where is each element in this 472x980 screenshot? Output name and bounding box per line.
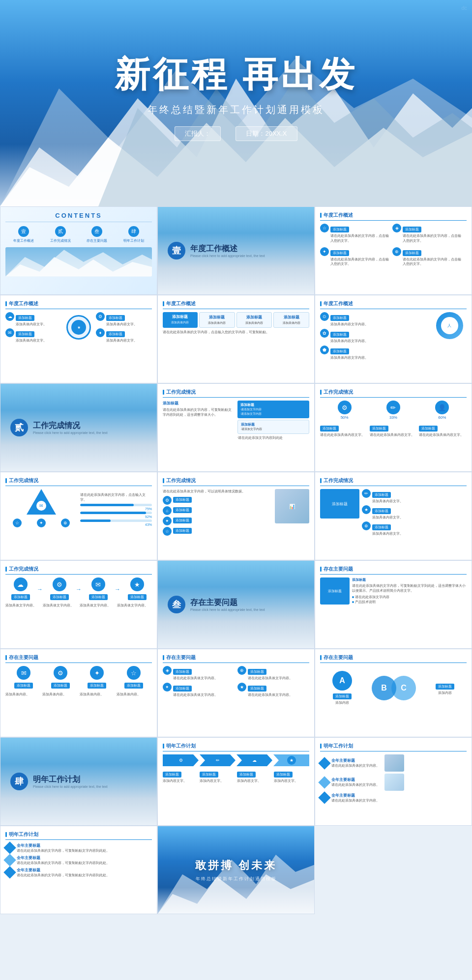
- plan-arrow-4: ★: [273, 754, 309, 766]
- a4-icon-1: ⊙: [320, 312, 329, 321]
- contents-item-4: 肆 明年工作计划: [123, 226, 144, 243]
- plan-arr-icon-3: ☁: [250, 756, 259, 765]
- plan3-item-3: 全年主要标题 请在此处添加具体的文字内容，可复制粘贴文字内容到此处。: [5, 867, 152, 878]
- w5-icon-1: ✏: [362, 489, 371, 498]
- p-list-1: 请在此处添加文字内容: [352, 595, 467, 600]
- slide-plan-1: 明年工作计划 ⚙ ✏ ☁ ★ 添加标题 添加内容文字。 添加标题 添加内容文字。: [157, 737, 315, 826]
- progress-2: [80, 512, 152, 514]
- plan3-desc-3: 请在此处添加具体的文字内容，可复制粘贴文字内容到此处。: [17, 873, 110, 878]
- a4-text-1: 添加标题 添加具体内容文字内容。: [330, 312, 368, 327]
- triangle-icons-row: ☆ ✦ ⊕: [5, 519, 78, 527]
- w6-tag-1: 添加标题: [11, 594, 30, 600]
- w5-text-1: 添加标题 添加具体内容文字。: [372, 489, 403, 504]
- work-card-2: 添加标题 ·请添加文字内容: [237, 420, 310, 434]
- item-b: ✉ 添加标题 添加具体内容文字。: [5, 328, 61, 343]
- plan3-diamond-2: [3, 854, 16, 866]
- contents-num-4: 肆: [128, 226, 139, 237]
- prob-icon-4-circle: ☆: [127, 666, 141, 680]
- plan-arrow-3: ☁: [236, 754, 272, 766]
- plan2-desc-3: 请在此处添加具体的文字内容。: [331, 798, 380, 803]
- annual-item-2-text: 添加标题 请在此处添加具体的文字内容，点击输入您的文字。: [403, 224, 463, 243]
- item-c-text: 添加标题 添加具体内容文字。: [106, 312, 137, 327]
- slide-work-3: 工作完成情况 ✉ ☆ ✦ ⊕ 请在此处添加具体的文字内容，点击输入文字。: [0, 472, 157, 560]
- plan3-desc-1: 请在此处添加具体的文字内容，可复制粘贴文字内容到此处。: [17, 848, 110, 853]
- prob4-labels: 添加标题 添加内容: [436, 681, 454, 695]
- w6-desc-2: 添加具体文字内容。: [43, 603, 78, 608]
- annual-content-1: ☆ 添加标题 请在此处添加具体的文字内容，点击输入您的文字。 ◈ 添加标题 请在…: [320, 224, 467, 266]
- final-subtitle: 年终总结暨新年工作计划通用模板: [196, 876, 277, 882]
- triangle-container: ✉: [27, 489, 56, 515]
- w6-arrow-1: →: [37, 586, 43, 593]
- slide-plan-3: 明年工作计划 全年主要标题 请在此处添加具体的文字内容，可复制粘贴文字内容到此处…: [0, 826, 157, 914]
- section-2-subtitle: Please click here to add appropriate tex…: [33, 431, 108, 434]
- work-6-items: ☁ 添加标题 → ⚙ 添加标题 → ✉ 添加标题 → ★ 添加标题: [5, 577, 152, 601]
- watermark: dc: [461, 5, 467, 11]
- item-c: ⚙ 添加标题 添加具体内容文字。: [96, 312, 152, 327]
- prob3-text-1: 添加标题 请在此处添加具体文字内容。: [173, 666, 218, 681]
- plan2-diamond-2: [318, 776, 330, 788]
- w4-tag-4: 添加标题: [173, 528, 192, 534]
- work-5-content: 添加标题 ✏ 添加标题 添加具体内容文字。 ★ 添加标题 添加具体内容文字。: [320, 489, 467, 536]
- w5-item-1: ✏ 添加标题 添加具体内容文字。: [362, 489, 467, 504]
- contents-item-2: 贰 工作完成情况: [50, 226, 71, 243]
- w6-icon-3: ✉: [91, 577, 105, 591]
- card-4: 添加标题 添加具体内容: [273, 312, 309, 328]
- prob3-icon-2: ✦: [163, 683, 172, 692]
- plan2-photo-1: [384, 754, 404, 772]
- work-1-heading: 添加标题: [163, 401, 235, 406]
- card-1-text: 添加具体内容: [166, 320, 195, 325]
- tri-icon-1: ☆: [13, 519, 22, 527]
- prob-icon-2-circle: ⚙: [54, 666, 67, 680]
- prob3-tag-3: 添加标题: [248, 669, 266, 675]
- slide-title-work-3: 工作完成情况: [5, 477, 152, 486]
- w4-icon-1: ⚙: [163, 496, 172, 505]
- reporter-box: 汇报人：: [175, 126, 221, 141]
- annual-item-3-text: 添加标题 请在此处添加具体的文字内容，点击输入您的文字。: [330, 247, 390, 267]
- section-3-title: 存在主要问题: [190, 598, 265, 608]
- icon-a: ☁: [5, 312, 14, 321]
- annual-item-4: ⊕ 添加标题 请在此处添加具体的文字内容，点击输入您的文字。: [392, 247, 463, 267]
- w6-col-4: ★ 添加标题: [122, 577, 152, 601]
- w4-icon-3: ✦: [163, 517, 172, 525]
- prob-desc-1: 添加具体内容。: [5, 692, 41, 697]
- prob-icon-3-circle: ✦: [90, 666, 104, 680]
- plan2-item-3: 全年主要标题 请在此处添加具体的文字内容。: [320, 793, 467, 803]
- w5-desc-1: 添加具体内容文字。: [372, 499, 403, 504]
- prob4-tag-bc: 添加标题: [436, 684, 454, 690]
- contents-label-4: 明年工作计划: [123, 238, 144, 243]
- prob4-bc: B C: [372, 676, 416, 700]
- slide-work-4: 工作完成情况 请在此处添加具体文字内容，可以说明具体情况数据。 ⚙ 添加标题 ⌂…: [157, 472, 315, 560]
- tag-c: 添加标题: [106, 315, 125, 321]
- plan3-content-1: 全年主要标题 请在此处添加具体的文字内容，可复制粘贴文字内容到此处。: [17, 843, 110, 853]
- progress-2-label: 92%: [80, 515, 152, 519]
- a4-text-2: 添加标题 添加具体内容文字内容。: [330, 329, 368, 344]
- problem-1-content: 添加标题 添加标题 请在此处添加具体的文字内容，可复制粘贴文字到此处，适当调整字…: [320, 577, 467, 605]
- prob-tag-3: 添加标题: [88, 683, 106, 689]
- prob3-tag-2: 添加标题: [173, 686, 192, 692]
- prob3-tag-4: 添加标题: [248, 686, 266, 692]
- text-b: 添加具体内容文字。: [16, 338, 47, 343]
- work-card-1: 添加标题 ·请添加文字内容 ·请添加文字内容: [237, 401, 310, 418]
- w4-i1: ⚙ 添加标题: [163, 496, 272, 505]
- w2-tag-3: 添加标题: [419, 426, 438, 432]
- contents-item-3: 叁 存在主要问题: [87, 226, 107, 243]
- a4-icon-3: ⬟: [320, 346, 329, 354]
- text-d: 添加具体内容文字。: [106, 338, 137, 343]
- a4-circle-chart: 人: [436, 312, 463, 339]
- w4-i2: ⌂ 添加标题: [163, 506, 272, 515]
- slide-contents: CONTENTS 壹 年度工作概述 贰 工作完成情况 叁 存在主要问题 肆 明年…: [0, 206, 157, 295]
- w6-text-2: 添加具体文字内容。: [43, 603, 78, 608]
- plan-tag-2: 添加标题: [200, 772, 218, 778]
- slide-title-work-1: 工作完成情况: [163, 389, 309, 398]
- w5-text-3: 添加标题 添加具体内容文字。: [372, 521, 403, 536]
- w6-desc-1: 添加具体文字内容。: [5, 603, 41, 608]
- contents-num-2: 贰: [55, 226, 66, 237]
- annual-4-left: ⊙ 添加标题 添加具体内容文字内容。 ✿ 添加标题 添加具体内容文字内容。 ⬟: [320, 312, 430, 360]
- plan2-title-3: 全年主要标题: [331, 793, 380, 798]
- plan3-diamond-3: [3, 866, 16, 878]
- plan-3-items: 全年主要标题 请在此处添加具体的文字内容，可复制粘贴文字内容到此处。 全年主要标…: [5, 843, 152, 877]
- work-4-photo: 📊: [275, 489, 309, 523]
- plan3-title-3: 全年主要标题: [17, 867, 110, 873]
- w5-desc-2: 添加具体内容文字。: [372, 515, 403, 520]
- prob3-item-2: ✦ 添加标题 请在此处添加具体文字内容。: [163, 683, 235, 697]
